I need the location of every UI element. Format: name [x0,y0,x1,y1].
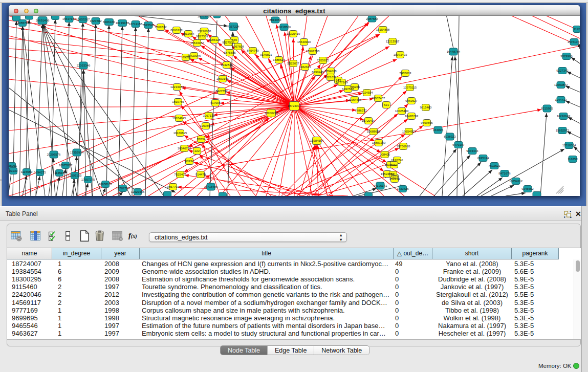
svg-text:16640910: 16640910 [297,40,311,43]
svg-text:18807249: 18807249 [372,141,386,144]
svg-text:9327509: 9327509 [196,35,208,38]
svg-text:2967608: 2967608 [232,45,244,48]
svg-text:14136141: 14136141 [374,184,387,187]
svg-text:7955812: 7955812 [317,59,329,62]
svg-text:12213383: 12213383 [170,85,184,89]
svg-text:9329966: 9329966 [560,55,573,58]
svg-text:10688609: 10688609 [367,130,381,133]
svg-text:18724007: 18724007 [288,104,301,107]
svg-text:10025433: 10025433 [395,110,409,113]
svg-text:1362615: 1362615 [299,65,311,69]
svg-text:10719155: 10719155 [116,21,129,25]
svg-text:8990448: 8990448 [312,71,324,74]
svg-text:39139: 39139 [9,169,18,172]
svg-text:6497568: 6497568 [342,87,354,91]
svg-text:9474444: 9474444 [466,149,478,152]
svg-text:10958107: 10958107 [99,183,113,186]
svg-text:8813054: 8813054 [269,18,281,21]
svg-text:8186328: 8186328 [208,38,221,41]
svg-text:1294275: 1294275 [34,171,46,174]
svg-text:2803144: 2803144 [216,77,229,80]
svg-text:15716485: 15716485 [204,185,218,188]
svg-text:17016504: 17016504 [562,144,576,147]
svg-text:1353594: 1353594 [200,124,212,127]
svg-text:10961758: 10961758 [306,50,320,53]
svg-text:252214: 252214 [389,178,400,181]
svg-text:7515526: 7515526 [142,24,155,27]
svg-text:2087682: 2087682 [366,17,378,20]
svg-text:5322037: 5322037 [287,62,299,65]
svg-text:16046798: 16046798 [178,147,191,150]
svg-text:5112: 5112 [391,163,398,166]
svg-text:15692971: 15692971 [556,129,570,132]
svg-text:10973493: 10973493 [394,53,407,56]
svg-text:222: 222 [194,149,200,152]
svg-text:1810755: 1810755 [172,100,184,103]
svg-text:12505135: 12505135 [68,174,82,177]
svg-text:8471676: 8471676 [498,172,511,175]
svg-text:5875685: 5875685 [224,51,236,54]
svg-text:8660123: 8660123 [170,29,183,32]
svg-text:8901: 8901 [182,56,189,59]
svg-text:17957275: 17957275 [81,178,95,181]
svg-text:16637132: 16637132 [62,17,76,20]
svg-text:9146821: 9146821 [260,53,272,56]
svg-text:16495793: 16495793 [405,115,419,118]
svg-text:20691406: 20691406 [36,19,50,22]
svg-text:908400: 908400 [380,153,390,156]
svg-text:10975867: 10975867 [59,164,73,167]
svg-text:15720407: 15720407 [362,119,376,122]
svg-text:1621072: 1621072 [324,76,337,79]
svg-text:7632621: 7632621 [488,164,500,167]
svg-text:8427552: 8427552 [215,90,228,93]
svg-text:60934: 60934 [185,160,194,163]
svg-text:9777169: 9777169 [336,81,348,84]
svg-text:9227342: 9227342 [556,69,569,72]
svg-text:9242845: 9242845 [221,63,233,67]
svg-text:1115689: 1115689 [21,170,33,173]
svg-text:20206576: 20206576 [47,153,61,156]
svg-text:3024554: 3024554 [361,91,373,94]
svg-text:9857791: 9857791 [167,185,179,188]
svg-text:7625402: 7625402 [174,173,186,176]
svg-text:16053809: 16053809 [198,16,211,18]
svg-text:9245652: 9245652 [521,187,534,190]
svg-text:16210643: 16210643 [557,115,571,118]
svg-text:16543362: 16543362 [190,41,204,45]
svg-text:16782759: 16782759 [116,187,130,190]
svg-text:835061: 835061 [9,164,17,167]
svg-text:9115460: 9115460 [420,106,432,109]
svg-text:1244413: 1244413 [555,98,567,101]
svg-text:6120746: 6120746 [391,159,403,162]
svg-text:914479: 914479 [195,173,206,176]
svg-text:19756928: 19756928 [397,145,410,148]
svg-text:17353934: 17353934 [70,151,84,154]
svg-text:16154808: 16154808 [376,28,390,31]
svg-text:1588520: 1588520 [273,58,285,61]
svg-text:417006: 417006 [210,101,221,104]
svg-text:23420046: 23420046 [187,54,201,57]
svg-text:1527602: 1527602 [90,19,102,23]
svg-text:114515: 114515 [54,171,64,174]
svg-text:6466160: 6466160 [103,20,115,24]
svg-text:19166825: 19166825 [173,132,187,135]
svg-text:2935114: 2935114 [477,157,490,160]
svg-text:7886372: 7886372 [355,109,367,112]
svg-text:20364436: 20364436 [348,98,362,101]
svg-text:10653267: 10653267 [76,18,90,21]
svg-text:12093872: 12093872 [554,83,568,86]
svg-text:19218506: 19218506 [277,26,291,29]
svg-text:7485063: 7485063 [399,72,411,75]
svg-text:16448784: 16448784 [447,50,461,53]
svg-text:13325419: 13325419 [287,32,300,35]
svg-text:1733426: 1733426 [397,187,409,190]
svg-text:8454749: 8454749 [247,49,259,52]
svg-text:10807487: 10807487 [372,97,385,100]
svg-text:22053346: 22053346 [77,64,91,67]
svg-text:164095: 164095 [433,128,444,132]
svg-text:19384554: 19384554 [310,139,324,142]
svg-text:87834: 87834 [197,138,206,141]
svg-text:7357224: 7357224 [227,25,239,28]
svg-text:23226058: 23226058 [198,30,211,33]
svg-text:6479197: 6479197 [452,143,465,146]
